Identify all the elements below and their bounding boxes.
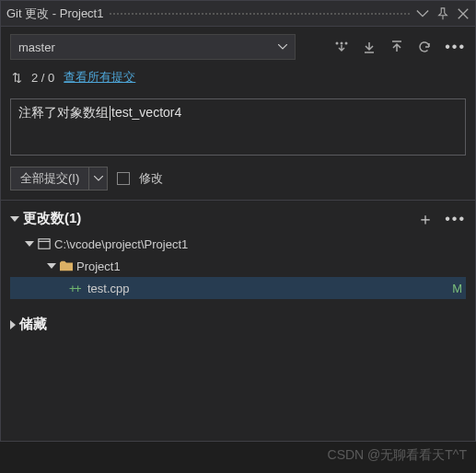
svg-point-0 xyxy=(336,42,339,45)
sync-counts: 2 / 0 xyxy=(31,71,54,85)
push-icon[interactable] xyxy=(389,40,404,54)
amend-label: 修改 xyxy=(139,170,163,187)
tree-folder[interactable]: Project1 xyxy=(10,255,466,277)
commit-all-label: 全部提交(I) xyxy=(11,167,88,190)
folder-name: Project1 xyxy=(76,260,462,273)
changes-header: 更改数(1) xyxy=(23,210,81,227)
file-name: test.cpp xyxy=(87,282,448,295)
commit-msg-before: 注释了对象数组 xyxy=(18,105,109,120)
commit-all-button[interactable]: 全部提交(I) xyxy=(10,167,108,190)
branch-name: master xyxy=(18,40,55,54)
sync-icon[interactable] xyxy=(417,40,432,54)
commit-message-input[interactable]: 注释了对象数组test_vector4 xyxy=(10,98,466,156)
stage-all-button[interactable]: ＋ xyxy=(417,213,434,225)
text-cursor xyxy=(110,106,110,121)
tree-file[interactable]: ++ test.cpp M xyxy=(10,277,466,299)
sync-arrows-icon: ⇅ xyxy=(12,71,22,85)
svg-point-2 xyxy=(345,42,348,45)
close-icon[interactable] xyxy=(457,7,470,20)
repo-path: C:\vcode\project\Project1 xyxy=(54,237,462,251)
svg-point-1 xyxy=(341,42,343,45)
commit-msg-after: test_vector4 xyxy=(111,105,181,120)
title-grip[interactable] xyxy=(109,12,411,16)
solution-icon xyxy=(38,237,51,250)
panel-title: Git 更改 - Project1 xyxy=(6,6,103,22)
file-status: M xyxy=(452,282,462,295)
pull-icon[interactable] xyxy=(362,40,377,54)
chevron-down-icon xyxy=(94,176,103,181)
chevron-down-icon xyxy=(25,241,34,247)
commit-dropdown-button[interactable] xyxy=(88,167,107,190)
changes-more-icon[interactable]: ••• xyxy=(445,214,466,224)
view-all-commits-link[interactable]: 查看所有提交 xyxy=(64,69,135,86)
folder-icon xyxy=(60,260,73,271)
chevron-right-icon[interactable] xyxy=(10,320,16,329)
chevron-down-icon xyxy=(278,44,287,50)
cpp-file-icon: ++ xyxy=(69,282,84,295)
chevron-down-icon[interactable] xyxy=(10,216,19,222)
more-icon[interactable]: ••• xyxy=(445,42,466,52)
svg-rect-3 xyxy=(39,239,50,249)
stash-header: 储藏 xyxy=(19,316,47,333)
watermark: CSDN @无聊看看天T^T xyxy=(328,447,467,464)
chevron-down-icon xyxy=(47,263,56,269)
pin-icon[interactable] xyxy=(436,7,449,20)
tree-repo-root[interactable]: C:\vcode\project\Project1 xyxy=(10,233,466,255)
fetch-icon[interactable] xyxy=(334,40,349,54)
amend-checkbox[interactable] xyxy=(117,172,130,185)
branch-select[interactable]: master xyxy=(10,34,296,60)
dropdown-icon[interactable] xyxy=(416,7,429,20)
